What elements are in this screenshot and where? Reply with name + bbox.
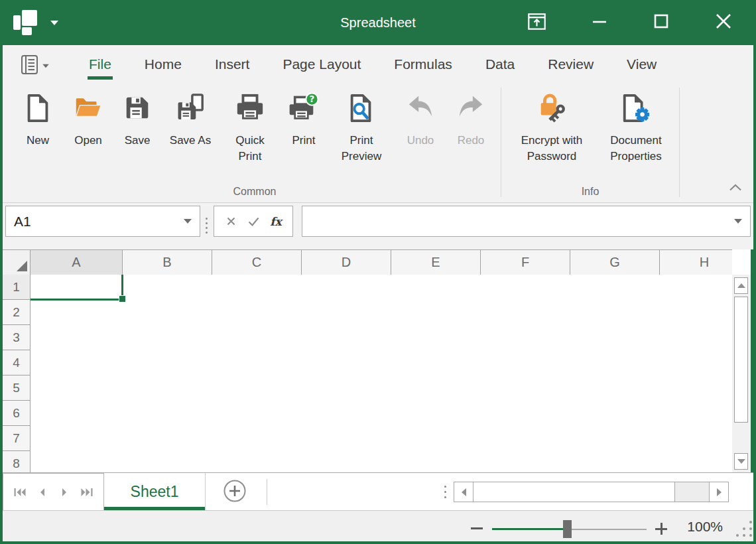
cancel-x-icon[interactable] [222,210,239,233]
first-sheet-icon[interactable] [12,482,28,502]
group-label: Common [13,186,496,202]
horizontal-scrollbar[interactable] [454,482,729,502]
tab-view[interactable]: View [619,45,664,84]
row-header-4[interactable]: 4 [3,350,31,375]
minimize-button[interactable] [584,0,615,45]
select-all-corner[interactable] [3,250,31,275]
quick-print-button[interactable]: QuickPrint [223,86,277,165]
column-header-E[interactable]: E [391,250,481,275]
chevron-down-icon[interactable] [184,219,192,224]
save-as-button[interactable]: Save As [164,86,217,149]
cell-area[interactable] [31,275,732,472]
group-separator [679,88,680,197]
collapse-ribbon-button[interactable] [521,0,552,45]
button-label: PrintPreview [342,133,381,165]
ribbon-groups: NewOpen Save Save As QuickPrint ?PrintPr… [9,84,680,202]
arrow-up-icon [737,283,745,288]
ribbon-group-info: Encrypt withPasswordDocumentPropertiesIn… [502,84,678,202]
button-label: New [27,133,49,149]
arrow-right-icon [717,488,722,496]
redo-button[interactable]: Redo [449,86,493,149]
insert-function-button[interactable]: fx [267,210,284,233]
print-preview-button[interactable]: PrintPreview [331,86,392,165]
new-document-icon [23,86,53,130]
arrow-down-icon [737,459,745,464]
column-header-D[interactable]: D [302,250,391,275]
sheet-tab-label: Sheet1 [131,483,179,501]
tab-review[interactable]: Review [540,45,601,84]
save-button[interactable]: Save [117,86,157,149]
button-label: Encrypt withPassword [521,133,583,165]
button-label: Save [125,133,151,149]
close-icon [715,13,732,32]
tab-data[interactable]: Data [477,45,523,84]
print-button[interactable]: ?Print [283,86,324,149]
sheet-tab-sheet1[interactable]: Sheet1 [104,473,206,511]
next-sheet-icon[interactable] [56,482,72,502]
horizontal-scrollbar-track[interactable] [675,482,709,502]
column-header-A[interactable]: A [31,250,123,275]
selection-fill-handle[interactable] [119,295,125,302]
cell-name-box[interactable]: A1 [5,206,200,237]
ribbon-tabs: FileHomeInsertPage LayoutFormulasDataRev… [72,45,673,84]
column-header-C[interactable]: C [212,250,302,275]
scroll-down-button[interactable] [734,453,748,470]
last-sheet-icon[interactable] [79,482,95,502]
zoom-slider-thumb[interactable] [563,520,572,538]
column-header-H[interactable]: H [660,250,732,275]
document-properties-button[interactable]: DocumentProperties [601,86,671,165]
fx-icon: fx [270,215,281,228]
column-header-B[interactable]: B [123,250,212,275]
column-headers-row: ABCDEFGH [3,249,732,275]
window-title: Spreadsheet [0,0,756,45]
encrypt-with-password-button[interactable]: Encrypt withPassword [509,86,594,165]
tab-file[interactable]: File [81,45,119,84]
row-header-7[interactable]: 7 [3,426,31,451]
status-bar: 100% [3,510,753,541]
row-headers: 12345678 [3,275,31,472]
scroll-left-button[interactable] [454,482,473,502]
zoom-out-minus-icon[interactable] [471,527,483,529]
formula-bar: A1 fx [3,203,753,249]
tab-home[interactable]: Home [137,45,190,84]
button-label: QuickPrint [235,133,264,165]
ribbon-options-button[interactable] [21,55,50,77]
close-button[interactable] [708,0,739,45]
collapse-ribbon-chevron-button[interactable] [727,181,744,194]
checkmark-icon[interactable] [245,210,262,233]
vertical-scrollbar[interactable] [732,275,751,472]
tab-insert[interactable]: Insert [207,45,258,84]
row-header-8[interactable]: 8 [3,451,31,472]
column-header-F[interactable]: F [481,250,570,275]
formula-input[interactable] [302,206,751,237]
formula-buttons-group: fx [214,206,293,237]
horizontal-scrollbar-thumb[interactable] [473,482,675,502]
print-preview-icon [346,86,377,130]
quick-print-icon [235,86,265,130]
new-button[interactable]: New [17,86,59,149]
row-header-6[interactable]: 6 [3,401,31,426]
open-button[interactable]: Open [66,86,111,149]
row-header-1[interactable]: 1 [3,275,31,300]
resize-grip-icon[interactable] [736,521,739,523]
column-header-G[interactable]: G [570,250,660,275]
maximize-button[interactable] [646,0,676,45]
tab-page-layout[interactable]: Page Layout [275,45,369,84]
row-header-5[interactable]: 5 [3,375,31,401]
ribbon-group-common: NewOpen Save Save As QuickPrint ?PrintPr… [9,84,500,202]
add-sheet-button[interactable] [223,480,247,504]
application-window: Spreadsheet FileHomeInsertPage LayoutFor… [0,0,756,544]
document-properties-icon [621,86,651,130]
row-header-2[interactable]: 2 [3,300,31,325]
group-separator [501,88,501,197]
collapse-ribbon-icon [528,13,546,33]
scroll-right-button[interactable] [709,482,728,502]
undo-button[interactable]: Undo [399,86,442,149]
zoom-in-plus-icon[interactable] [655,523,667,535]
chevron-down-icon[interactable] [734,219,742,224]
tab-formulas[interactable]: Formulas [386,45,460,84]
vertical-scrollbar-thumb[interactable] [734,297,748,423]
previous-sheet-icon[interactable] [34,482,50,502]
scroll-up-button[interactable] [734,277,748,294]
row-header-3[interactable]: 3 [3,325,31,350]
